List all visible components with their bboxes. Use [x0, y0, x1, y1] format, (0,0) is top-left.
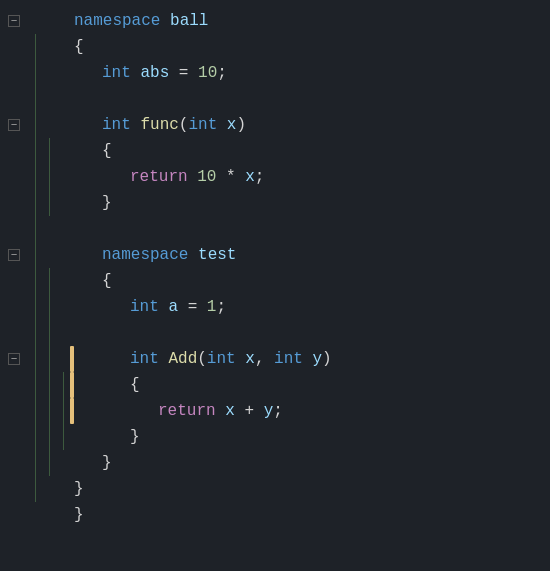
vline3-cell-9 [56, 216, 70, 242]
token-ident-y: y [313, 346, 323, 372]
token-punct: ( [197, 346, 207, 372]
vline2-cell-6 [42, 138, 56, 164]
token-kw-return: return [130, 164, 188, 190]
vline3-cell-10 [56, 242, 70, 268]
vline2-cell-3 [42, 60, 56, 86]
vline1-cell-3 [28, 60, 42, 86]
code-line-2: { [74, 34, 550, 60]
fold-marker-4 [0, 86, 28, 112]
token-punct: ) [236, 112, 246, 138]
vline2-cell-16 [42, 398, 56, 424]
vline1-cell-4 [28, 86, 42, 112]
fold-marker-18 [0, 450, 28, 476]
code-line-20: } [74, 502, 550, 528]
token-kw-namespace: namespace [102, 242, 188, 268]
vline1-cell-20 [28, 502, 42, 528]
vline2-cell-10 [42, 242, 56, 268]
vline2-cell-11 [42, 268, 56, 294]
vline3-cell-19 [56, 476, 70, 502]
vline1-cell-15 [28, 372, 42, 398]
token-punct: , [255, 346, 274, 372]
vline3-cell-18 [56, 450, 70, 476]
fold-marker-20 [0, 502, 28, 528]
token-punct: } [74, 502, 84, 528]
vline3-cell-4 [56, 86, 70, 112]
code-line-11: { [74, 268, 550, 294]
token-punct [188, 242, 198, 268]
token-kw-int: int [130, 294, 159, 320]
fold-marker-12 [0, 294, 28, 320]
code-line-17: } [74, 424, 550, 450]
vline2-cell-5 [42, 112, 56, 138]
vline2-cell-15 [42, 372, 56, 398]
code-line-3: int abs = 10; [74, 60, 550, 86]
token-ident-add: Add [168, 346, 197, 372]
vline1-cell-19 [28, 476, 42, 502]
token-punct [303, 346, 313, 372]
token-ident-abs: abs [140, 60, 169, 86]
fold-marker-16 [0, 398, 28, 424]
code-line-1: namespace ball [74, 8, 550, 34]
fold-gutter: −−−− [0, 0, 28, 571]
vline2-cell-13 [42, 320, 56, 346]
fold-marker-1[interactable]: − [0, 8, 28, 34]
token-punct: ; [273, 398, 283, 424]
vline3-cell-15 [56, 372, 70, 398]
code-line-5: int func(int x) [74, 112, 550, 138]
code-line-12: int a = 1; [74, 294, 550, 320]
code-editor: −−−− namespace ball{int abs = 10;int fun… [0, 0, 550, 571]
token-punct [236, 346, 246, 372]
token-ident-x: x [225, 398, 235, 424]
token-punct [159, 346, 169, 372]
vline3-cell-2 [56, 34, 70, 60]
token-punct [131, 112, 141, 138]
vline1-cell-17 [28, 424, 42, 450]
vline1-cell-7 [28, 164, 42, 190]
vline3-cell-6 [56, 138, 70, 164]
vline2-cell-8 [42, 190, 56, 216]
vline3-cell-17 [56, 424, 70, 450]
token-ident-x: x [245, 164, 255, 190]
indent-guide-3 [56, 0, 70, 571]
vline3-cell-3 [56, 60, 70, 86]
token-kw-int: int [130, 346, 159, 372]
token-punct [217, 112, 227, 138]
vline1-cell-16 [28, 398, 42, 424]
vline1-cell-13 [28, 320, 42, 346]
code-line-15: { [74, 372, 550, 398]
fold-marker-3 [0, 60, 28, 86]
fold-marker-10[interactable]: − [0, 242, 28, 268]
code-line-4 [74, 86, 550, 112]
vline3-cell-16 [56, 398, 70, 424]
token-punct: ( [179, 112, 189, 138]
token-punct: ; [217, 60, 227, 86]
fold-marker-7 [0, 164, 28, 190]
vline3-cell-20 [56, 502, 70, 528]
indent-guide-2 [42, 0, 56, 571]
token-kw-int: int [207, 346, 236, 372]
vline1-cell-2 [28, 34, 42, 60]
fold-marker-5[interactable]: − [0, 112, 28, 138]
fold-marker-17 [0, 424, 28, 450]
code-line-9 [74, 216, 550, 242]
vline2-cell-18 [42, 450, 56, 476]
token-kw-int: int [188, 112, 217, 138]
code-line-13 [74, 320, 550, 346]
fold-marker-14[interactable]: − [0, 346, 28, 372]
code-line-16: return x + y; [74, 398, 550, 424]
fold-marker-9 [0, 216, 28, 242]
vline1-cell-12 [28, 294, 42, 320]
vline2-cell-20 [42, 502, 56, 528]
code-line-18: } [74, 450, 550, 476]
token-op: + [244, 398, 254, 424]
token-kw-return: return [158, 398, 216, 424]
fold-marker-15 [0, 372, 28, 398]
vline3-cell-14 [56, 346, 70, 372]
token-kw-int: int [102, 112, 131, 138]
token-punct [197, 294, 207, 320]
fold-marker-11 [0, 268, 28, 294]
token-punct: } [102, 450, 112, 476]
token-punct: { [130, 372, 140, 398]
token-punct [188, 164, 198, 190]
token-number: 10 [197, 164, 216, 190]
